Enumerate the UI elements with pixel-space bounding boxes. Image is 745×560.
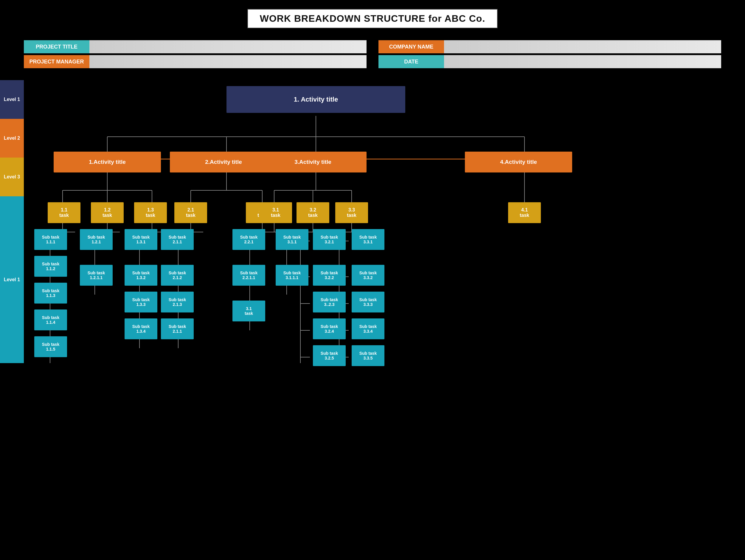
l4-1-1-3: Sub task 1.1.3	[34, 283, 67, 303]
l4-3-3-1: Sub task 3.3.1	[352, 229, 384, 250]
l4-2-2-1-1: Sub task 2.2.1.1	[232, 265, 265, 286]
l3-node-1-1: 1.1 task	[48, 202, 80, 223]
l4-1-3-1: Sub task 1.3.1	[125, 229, 157, 250]
date-value	[444, 55, 721, 68]
company-name-row: COMPANY NAME	[379, 40, 721, 53]
level-1-block: Level 1	[0, 80, 24, 119]
diagram-area: 1. Activity title 1.Activity title 2.Act…	[24, 80, 745, 363]
right-fields: COMPANY NAME DATE	[379, 40, 721, 68]
l4-3-2-1: Sub task 3.2.1	[313, 229, 346, 250]
l4-1-2-1-1: Sub task 1.2.1.1	[80, 265, 112, 286]
l3-node-2-1: 2.1 task	[174, 202, 207, 223]
l4-2-1-3: Sub task 2.1.3	[161, 292, 194, 312]
project-title-value	[89, 40, 366, 53]
wbs-container: Level 1 Level 2 Level 3 Level 1	[0, 80, 745, 375]
level-4-block: Level 1	[0, 196, 24, 363]
l4-3-2-2: Sub task 3.2.2	[313, 265, 346, 286]
page-title: WORK BREAKDOWN STRUCTURE for ABC Co.	[247, 9, 498, 28]
l4-3-3-5: Sub task 3.3.5	[352, 345, 384, 366]
l3-node-3-3: 3.3 task	[335, 202, 368, 223]
l4-1-1-1: Sub task 1.1.1	[34, 229, 67, 250]
l4-1-3-4: Sub task 1.3.4	[125, 319, 157, 339]
l4-2-2-task: 3.1 task	[232, 301, 265, 321]
l4-1-1-5: Sub task 1.1.5	[34, 336, 67, 357]
l4-3-1-1-1: Sub task 3.1.1.1	[276, 265, 309, 286]
l4-3-3-4: Sub task 3.3.4	[352, 319, 384, 339]
l3-node-4-1: 4.1 task	[508, 202, 541, 223]
l3-node-3-2: 3.2 task	[296, 202, 329, 223]
l4-1-3-2: Sub task 1.3.2	[125, 265, 157, 286]
l3-node-3-1: 3.1 task	[259, 202, 292, 223]
l2-node-3: 3.Activity title	[259, 152, 366, 172]
level-sidebar: Level 1 Level 2 Level 3 Level 1	[0, 80, 24, 363]
l4-1-1-2: Sub task 1.1.2	[34, 256, 67, 277]
l4-1-3-3: Sub task 1.3.3	[125, 292, 157, 312]
l4-2-1-1: Sub task 2.1.1	[161, 229, 194, 250]
l3-node-1-2: 1.2 task	[91, 202, 124, 223]
project-manager-row: PROJECT MANAGER	[24, 55, 366, 68]
l4-2-2-1: Sub task 2.2.1	[232, 229, 265, 250]
l2-node-4: 4.Activity title	[465, 152, 572, 172]
date-row: DATE	[379, 55, 721, 68]
level-2-block: Level 2	[0, 119, 24, 158]
l4-3-3-3: Sub task 3.3.3	[352, 292, 384, 312]
l4-3-2-5: Sub task 3.2.5	[313, 345, 346, 366]
l2-node-1: 1.Activity title	[54, 152, 161, 172]
left-fields: PROJECT TITLE PROJECT MANAGER	[24, 40, 366, 68]
date-label: DATE	[379, 55, 444, 68]
company-name-label: COMPANY NAME	[379, 40, 444, 53]
l4-3-2-3: Sub task 3..2.3	[313, 292, 346, 312]
header-fields: PROJECT TITLE PROJECT MANAGER COMPANY NA…	[0, 34, 745, 74]
l4-2-1-4: Sub task 2.1.1	[161, 319, 194, 339]
l3-node-1-3: 1.3 task	[134, 202, 167, 223]
l4-1-1-4: Sub task 1.1.4	[34, 309, 67, 330]
project-title-label: PROJECT TITLE	[24, 40, 89, 53]
l4-1-2-1: Sub task 1.2.1	[80, 229, 112, 250]
project-title-row: PROJECT TITLE	[24, 40, 366, 53]
project-manager-label: PROJECT MANAGER	[24, 55, 89, 68]
l4-3-1-1: Sub task 3.1.1	[276, 229, 309, 250]
level-3-block: Level 3	[0, 158, 24, 196]
l4-2-1-2: Sub task 2.1.2	[161, 265, 194, 286]
title-section: WORK BREAKDOWN STRUCTURE for ABC Co.	[0, 0, 745, 34]
company-name-value	[444, 40, 721, 53]
l4-3-3-2: Sub task 3.3.2	[352, 265, 384, 286]
project-manager-value	[89, 55, 366, 68]
l4-3-2-4: Sub task 3.2.4	[313, 319, 346, 339]
root-node: 1. Activity title	[226, 86, 405, 113]
